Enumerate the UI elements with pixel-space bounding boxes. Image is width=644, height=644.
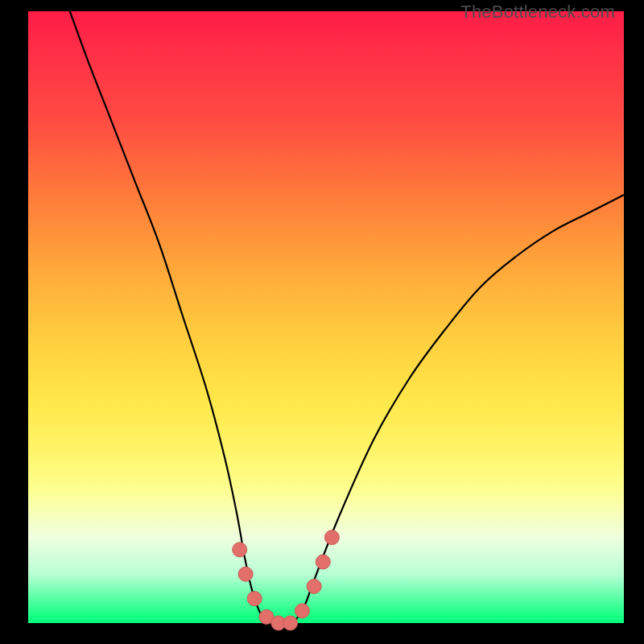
curve-marker: [307, 579, 321, 593]
curve-layer: [28, 11, 624, 623]
curve-marker: [238, 567, 253, 581]
curve-marker: [316, 555, 330, 569]
curve-marker: [233, 543, 247, 557]
curve-markers: [233, 530, 340, 630]
chart-frame: TheBottleneck.com: [0, 0, 644, 644]
plot-area: [28, 11, 624, 623]
curve-marker: [247, 592, 262, 606]
curve-marker: [283, 616, 298, 630]
curve-marker: [324, 530, 339, 545]
curve-marker: [295, 604, 309, 618]
watermark-text: TheBottleneck.com: [460, 2, 615, 23]
bottleneck-curve: [70, 11, 624, 625]
